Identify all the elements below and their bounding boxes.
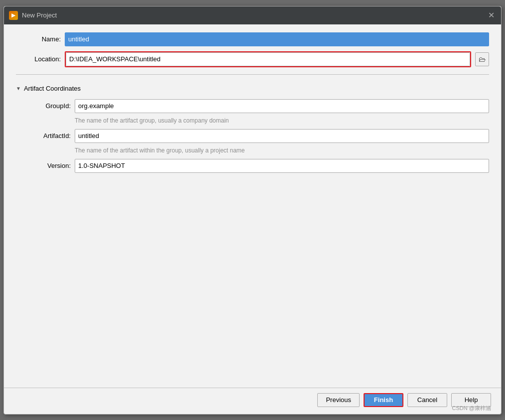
title-bar-left: ▶ New Project: [9, 11, 57, 20]
name-row: Name:: [16, 32, 489, 46]
folder-icon: 🗁: [479, 55, 486, 63]
dialog-footer: Previous Finish Cancel Help CSDN @康梓涵: [4, 388, 501, 414]
version-row: Version:: [26, 159, 489, 173]
location-row: Location: 项目存放位置 🗁: [16, 51, 489, 67]
artifactid-hint: The name of the artifact within the grou…: [26, 146, 489, 156]
app-icon: ▶: [9, 11, 18, 20]
location-input-wrapper: 项目存放位置: [65, 51, 471, 67]
artifactid-label: ArtifactId:: [26, 132, 71, 140]
content-spacer: [16, 178, 489, 380]
dialog-title: New Project: [22, 11, 57, 19]
version-label: Version:: [26, 162, 71, 169]
artifact-section-header: ▼ Artifact Coordinates: [16, 82, 489, 94]
artifactid-row: ArtifactId:: [26, 129, 489, 143]
cancel-button[interactable]: Cancel: [407, 393, 447, 407]
dialog-content: Name: Location: 项目存放位置 🗁 ▼ Artifact Coor…: [4, 24, 501, 388]
groupid-hint: The name of the artifact group, usually …: [26, 116, 489, 126]
finish-button[interactable]: Finish: [364, 393, 403, 407]
artifactid-input[interactable]: [75, 129, 489, 143]
location-input[interactable]: [66, 52, 470, 66]
groupid-label: GroupId:: [26, 102, 71, 110]
artifact-sub-form: GroupId: The name of the artifact group,…: [16, 99, 489, 173]
name-input[interactable]: [65, 32, 489, 46]
groupid-row: GroupId:: [26, 99, 489, 113]
location-label: Location:: [16, 55, 61, 63]
groupid-input[interactable]: [75, 99, 489, 113]
watermark: CSDN @康梓涵: [452, 405, 491, 412]
browse-folder-button[interactable]: 🗁: [475, 52, 489, 66]
name-label: Name:: [16, 35, 61, 43]
previous-button[interactable]: Previous: [317, 393, 360, 407]
version-input[interactable]: [75, 159, 489, 173]
new-project-dialog: ▶ New Project ✕ Name: Location: 项目存放位置 🗁: [3, 6, 502, 415]
divider-1: [16, 74, 489, 75]
close-button[interactable]: ✕: [486, 10, 496, 20]
artifact-section-title: Artifact Coordinates: [24, 85, 81, 92]
collapse-arrow-icon[interactable]: ▼: [16, 86, 21, 91]
title-bar: ▶ New Project ✕: [4, 6, 501, 24]
